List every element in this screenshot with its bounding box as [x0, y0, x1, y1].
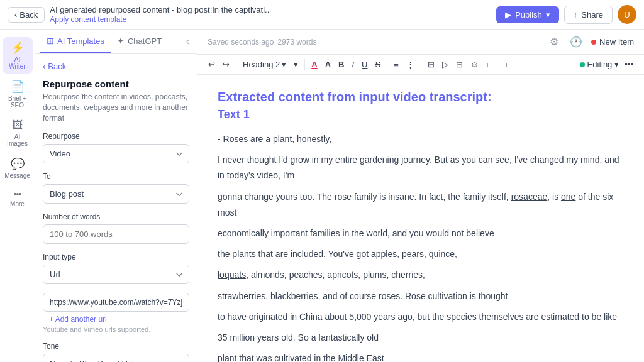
- publish-button[interactable]: ▶ Publish ▾: [496, 6, 559, 23]
- tab-chatgpt[interactable]: ✦ ChatGPT: [111, 30, 168, 53]
- sidebar-item-ai-writer[interactable]: ⚡ AI Writer: [3, 37, 33, 74]
- one-link: one: [561, 192, 575, 202]
- new-item-label: New Item: [599, 37, 634, 47]
- heading-select[interactable]: Heading 2 ▾: [240, 57, 289, 72]
- para-8: to have originated in China about 5,000 …: [218, 309, 624, 325]
- editor-content[interactable]: Extracted content from input video trans…: [197, 75, 644, 362]
- para-10: plant that was cultivated in the Middle …: [218, 351, 624, 362]
- para-5: the plants that are included. You've got…: [218, 246, 624, 262]
- input-type-select[interactable]: Url Text File: [43, 265, 189, 284]
- para-4: economically important families in the w…: [218, 226, 624, 241]
- underline-button[interactable]: U: [358, 57, 370, 72]
- heading-label: Heading 2: [243, 60, 280, 69]
- sidebar-item-ai-images[interactable]: 🖼 AI Images: [3, 115, 33, 151]
- editing-dot: [580, 62, 585, 67]
- message-icon: 💬: [11, 157, 25, 171]
- tone-select[interactable]: Narrato Blog Brand Voice Professional Ca…: [43, 354, 189, 362]
- ordered-list-button[interactable]: ⋮: [403, 57, 418, 72]
- back-label: Back: [19, 10, 38, 19]
- history-icon-button[interactable]: 🕐: [567, 33, 585, 50]
- panel-back-button[interactable]: ‹ Back: [43, 62, 66, 71]
- underline-honestly: honestly: [297, 134, 329, 144]
- editor-toolbar: ↩ ↪ Heading 2 ▾ ▾ A A B I U S ≡ ⋮ ⊞ ▷ ⊟ …: [197, 55, 644, 75]
- url-input[interactable]: [43, 293, 189, 312]
- tone-field: Tone Narrato Blog Brand Voice Profession…: [43, 342, 189, 362]
- saved-text: Saved seconds ago: [208, 38, 274, 47]
- share-button[interactable]: ↑ Share: [564, 6, 613, 24]
- ai-images-icon: 🖼: [12, 119, 23, 132]
- play-button[interactable]: ▷: [439, 57, 452, 72]
- editor-meta-right: ⚙ 🕐 New Item: [547, 33, 634, 50]
- editor-subheading: Text 1: [218, 108, 624, 121]
- top-bar-left: ‹ Back AI generated repurposed content -…: [8, 5, 269, 24]
- loquats-link: loquats: [218, 270, 246, 280]
- editor-meta-bar: Saved seconds ago 2973 words ⚙ 🕐 New Ite…: [197, 30, 644, 55]
- toolbar-divider-4: [421, 59, 421, 70]
- redo-button[interactable]: ↪: [219, 57, 233, 72]
- panel-collapse-button[interactable]: ‹: [184, 33, 192, 50]
- main-layout: ⚡ AI Writer 📄 Brief + SEO 🖼 AI Images 💬 …: [0, 30, 644, 362]
- more-right-button[interactable]: ⊐: [497, 57, 511, 72]
- font-size-select[interactable]: ▾: [291, 57, 301, 72]
- tone-label: Tone: [43, 342, 189, 351]
- para-9: 35 million years old. So a fantastically…: [218, 330, 624, 346]
- chatgpt-icon: ✦: [117, 36, 125, 46]
- sidebar-item-label: Message: [4, 172, 30, 179]
- input-type-field: Input type Url Text File: [43, 253, 189, 284]
- play-icon: ▶: [505, 10, 511, 19]
- sidebar-item-label: Brief + SEO: [8, 95, 28, 109]
- top-bar: ‹ Back AI generated repurposed content -…: [0, 0, 644, 30]
- editor-area: Saved seconds ago 2973 words ⚙ 🕐 New Ite…: [197, 30, 644, 362]
- more-left-button[interactable]: ⊏: [483, 57, 496, 72]
- para-3: gonna change yours too. The rose family …: [218, 189, 624, 221]
- panel-section-desc: Repurpose the content in videos, podcast…: [43, 92, 189, 123]
- back-button[interactable]: ‹ Back: [8, 7, 45, 23]
- new-item-button[interactable]: New Item: [591, 37, 634, 47]
- apply-template-link[interactable]: Apply content template: [50, 15, 269, 24]
- panel-tabs: ⊞ AI Templates ✦ ChatGPT ‹: [35, 30, 197, 54]
- url-hint: Youtube and Vimeo urls supported.: [43, 326, 189, 333]
- sidebar-item-brief-seo[interactable]: 📄 Brief + SEO: [3, 76, 33, 112]
- add-url-link[interactable]: + + Add another url: [43, 315, 189, 324]
- strikethrough-button[interactable]: S: [372, 57, 384, 72]
- repurpose-select[interactable]: Video Podcast Document: [43, 144, 189, 163]
- highlight-button[interactable]: A: [322, 57, 334, 72]
- rosaceae-link: rosaceae: [511, 192, 548, 202]
- toolbar-divider-2: [304, 59, 305, 70]
- words-input[interactable]: [43, 224, 189, 244]
- avatar[interactable]: U: [618, 5, 636, 24]
- font-size-icon: ▾: [294, 60, 298, 69]
- list-button[interactable]: ≡: [391, 57, 402, 72]
- image-button[interactable]: ⊞: [425, 57, 438, 72]
- editor-heading: Extracted content from input video trans…: [218, 90, 624, 104]
- italic-button[interactable]: I: [348, 57, 357, 72]
- bold-button[interactable]: B: [335, 57, 347, 72]
- editor-body: - Roses are a plant, honestly, I never t…: [218, 131, 624, 362]
- tab-ai-templates[interactable]: ⊞ AI Templates: [40, 30, 111, 53]
- editing-badge: Editing ▾ •••: [580, 57, 636, 72]
- to-select[interactable]: Blog post Social post Email: [43, 184, 189, 204]
- para-6: loquats, almonds, peaches, apricots, plu…: [218, 267, 624, 283]
- sidebar-item-more[interactable]: ••• More: [3, 185, 33, 211]
- emoji-button[interactable]: ☺: [467, 57, 482, 72]
- table-button[interactable]: ⊟: [453, 57, 466, 72]
- share-icon: ↑: [574, 10, 578, 19]
- words-label: Number of words: [43, 212, 189, 221]
- more-icon: •••: [14, 189, 21, 199]
- more-options-button[interactable]: •••: [621, 57, 636, 72]
- undo-button[interactable]: ↩: [205, 57, 218, 72]
- para-2: I never thought I'd grow in my entire ga…: [218, 152, 624, 184]
- settings-icon-button[interactable]: ⚙: [547, 33, 561, 50]
- text-color-button[interactable]: A: [308, 57, 320, 72]
- back-arrow-icon: ‹: [43, 62, 45, 71]
- heading-chevron-icon: ▾: [282, 60, 286, 69]
- editing-chevron-icon: ▾: [614, 60, 619, 69]
- panel-content: ‹ Back Repurpose content Repurpose the c…: [35, 54, 197, 362]
- publish-chevron-icon: ▾: [546, 10, 550, 19]
- repurpose-label: Repurpose: [43, 132, 189, 141]
- sidebar-item-message[interactable]: 💬 Message: [3, 153, 33, 183]
- url-field: + + Add another url Youtube and Vimeo ur…: [43, 293, 189, 333]
- panel-section-title: Repurpose content: [43, 79, 189, 89]
- the-link: the: [218, 249, 230, 259]
- tab-chatgpt-label: ChatGPT: [128, 36, 162, 46]
